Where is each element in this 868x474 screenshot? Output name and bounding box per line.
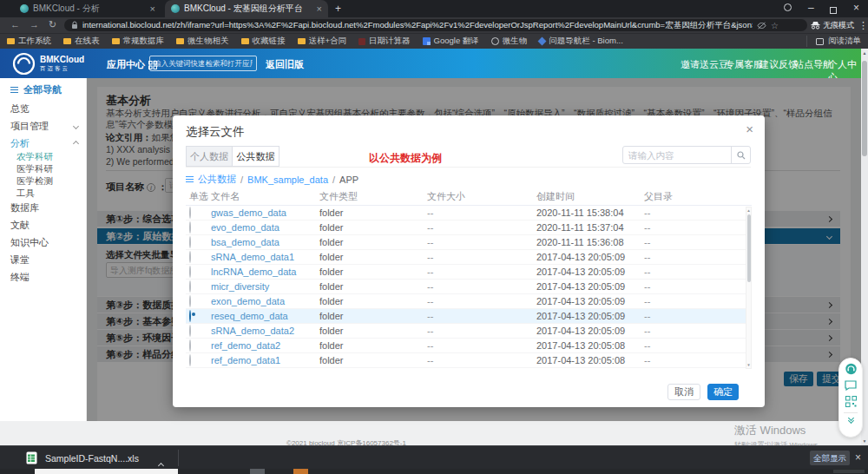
table-row[interactable]: ref_demo_data2folder--2017-04-13 20:05:0… [186,339,752,353]
radio-button[interactable] [189,221,191,234]
table-row[interactable]: ref_demo_data1folder--2017-04-13 20:05:0… [186,353,752,368]
reload-icon[interactable]: ↻ [49,19,56,30]
file-name[interactable]: bsa_demo_data [211,237,319,247]
sitemap-link[interactable]: 站点导航 [794,58,832,71]
customer-service-icon[interactable] [845,363,858,375]
sidebar-subitem-tools[interactable]: 工具 [16,188,35,200]
file-name[interactable]: sRNA_demo_data1 [211,252,319,262]
scroll-up-icon[interactable]: ▲ [861,50,868,56]
table-row[interactable]: lncRNA_demo_datafolder--2017-04-13 20:05… [186,265,752,280]
search-button[interactable] [731,147,750,163]
file-name[interactable]: lncRNA_demo_data [211,267,319,277]
radio-button-selected[interactable] [189,310,191,322]
taskbar-app-icon[interactable] [250,469,265,474]
radio-button[interactable] [189,266,191,278]
forward-icon[interactable]: → [30,19,39,30]
kebab-menu-icon[interactable]: ⋮ [858,20,868,31]
bookmark-item[interactable]: 在线表 [63,36,100,47]
scroll-down-icon[interactable]: ▼ [861,438,868,444]
radio-button[interactable] [189,207,191,219]
bookmark-item[interactable]: 常规数据库 [112,36,165,47]
bookmark-item[interactable]: 日期计算器 [358,36,411,47]
file-name[interactable]: sRNA_demo_data2 [211,326,319,336]
qrcode-icon[interactable] [845,396,857,407]
file-name[interactable]: ref_demo_data1 [211,355,319,365]
bookmark-item[interactable]: 微生物 [491,36,528,47]
tab-public-data[interactable]: 公共数据 [233,146,279,167]
radio-button[interactable] [189,354,191,366]
eye-off-icon[interactable] [757,22,766,30]
sidebar-item-analysis[interactable]: 分析 [10,137,78,150]
back-icon[interactable]: ← [10,19,20,30]
browser-tab-1[interactable]: BMKCloud - 分析 × [14,0,161,17]
shelf-close-icon[interactable]: × [855,451,861,464]
back-to-old-link[interactable]: 返回旧版 [266,58,304,71]
sidebar-item-project-mgmt[interactable]: 项目管理 [10,120,78,133]
new-tab-icon[interactable]: + [335,3,341,15]
bookmark-item[interactable]: Google 翻译 [423,36,479,47]
radio-button[interactable] [189,295,191,307]
maximize-icon[interactable] [830,4,837,16]
feedback-link[interactable]: 建议反馈 [760,58,798,71]
breadcrumb-public-data[interactable]: 公共数据 [198,173,236,186]
tab-personal-data[interactable]: 个人数据 [186,146,233,167]
sidebar-subitem-medical-research[interactable]: 医学科研 [16,163,53,175]
bookmark-item[interactable]: 工作系统 [7,36,51,47]
sidebar-nav-all[interactable]: 全部导航 [10,83,62,96]
table-scrollbar[interactable]: ▲ ▼ [746,207,752,369]
radio-button[interactable] [189,236,191,248]
taskbar-search-box[interactable] [35,469,178,474]
browser-tab-2-active[interactable]: BMKCloud - 宏基因组分析平台 × [165,0,328,17]
support-link[interactable]: 专属客服 [725,58,763,71]
bookmark-item[interactable]: 送样+合同 [298,36,347,47]
reading-list-button[interactable]: 阅读清单 [806,36,861,47]
table-row[interactable]: sRNA_demo_data1folder--2017-04-13 20:05:… [186,250,752,265]
bookmark-item[interactable]: 问题导航栏 - Biom... [539,36,623,47]
sidebar-item-literature[interactable]: 文献 [10,219,30,232]
breadcrumb-bmk-sample-data[interactable]: BMK_sample_data [247,174,328,185]
bookmark-item[interactable]: 收藏链接 [241,36,286,47]
url-bar[interactable]: international.biocloud.net/zh/iframe?url… [64,19,807,31]
file-name[interactable]: evo_demo_data [211,222,319,233]
radio-button[interactable] [189,280,191,293]
taskbar-app-icon[interactable] [293,469,308,474]
table-row[interactable]: gwas_demo_datafolder--2020-11-11 15:38:0… [186,206,752,221]
downloaded-file-name[interactable]: SampleID-FastqN....xls [45,453,139,464]
scroll-up-icon[interactable]: ▲ [746,208,751,213]
show-all-button[interactable]: 全部显示 [810,451,850,465]
invite-link[interactable]: 邀请送云豆 [681,58,728,71]
table-row[interactable]: evo_demo_datafolder--2020-11-11 15:37:04… [186,221,752,235]
sidebar-item-overview[interactable]: 总览 [10,102,30,115]
radio-button[interactable] [189,339,191,352]
record-icon[interactable] [784,2,792,14]
close-icon[interactable]: × [746,122,753,136]
star-icon[interactable]: ☆ [771,21,779,30]
table-row[interactable]: micr_diversityfolder--2017-04-13 20:05:0… [186,280,752,294]
double-chevron-down-icon[interactable] [849,416,853,423]
header-search-input[interactable] [149,56,257,71]
radio-button[interactable] [189,325,191,337]
confirm-button[interactable]: 确定 [707,384,739,400]
scrollbar-thumb[interactable] [747,214,751,282]
sidebar-subitem-agri[interactable]: 农学科研 [16,151,53,163]
table-row[interactable]: bsa_demo_datafolder--2020-11-11 15:36:08… [186,235,752,250]
cancel-button[interactable]: 取消 [667,384,700,400]
file-name[interactable]: micr_diversity [211,281,319,292]
close-icon[interactable]: × [853,2,859,14]
tab-close-icon[interactable]: × [150,3,155,14]
sidebar-item-knowledge[interactable]: 知识中心 [10,236,49,249]
file-name[interactable]: gwas_demo_data [211,207,319,218]
minimize-icon[interactable]: – [808,2,814,14]
table-row[interactable]: sRNA_demo_data2folder--2017-04-13 20:05:… [186,324,752,339]
file-name[interactable]: exon_demo_data [211,296,319,306]
radio-button[interactable] [189,251,191,263]
table-row-selected[interactable]: reseq_demo_datafolder--2017-04-13 20:05:… [186,309,752,324]
file-search-input[interactable] [623,147,731,163]
scrollbar-thumb[interactable] [862,61,867,156]
table-row[interactable]: exon_demo_datafolder--2017-04-13 20:05:0… [186,294,752,309]
tab-close-icon[interactable]: × [317,3,322,14]
file-search-box[interactable] [622,146,751,164]
sidebar-subitem-medical-test[interactable]: 医学检测 [16,175,53,188]
scroll-down-icon[interactable]: ▼ [746,363,751,367]
sidebar-item-terminal[interactable]: 终端 [10,271,30,284]
